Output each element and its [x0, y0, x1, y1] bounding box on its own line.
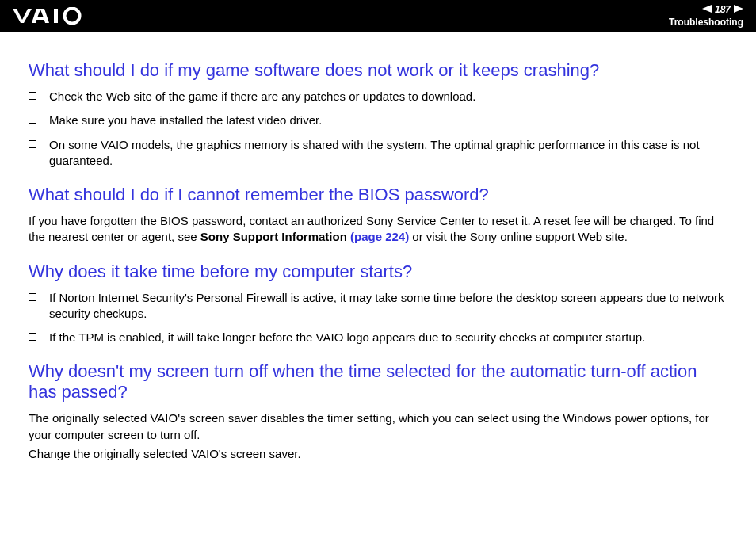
- section-label: Troubleshooting: [669, 17, 743, 28]
- section-heading: What should I do if my game software doe…: [29, 60, 727, 81]
- section-heading: Why does it take time before my computer…: [29, 261, 727, 282]
- bullet-text: Check the Web site of the game if there …: [49, 89, 727, 105]
- paragraph-text: or visit the Sony online support Web sit…: [409, 230, 628, 243]
- section-heading: Why doesn't my screen turn off when the …: [29, 361, 727, 402]
- list-item: If the TPM is enabled, it will take long…: [29, 330, 727, 345]
- page-number: 187: [715, 4, 731, 15]
- bullet-icon: [29, 293, 36, 301]
- paragraph: If you have forgotten the BIOS password,…: [29, 213, 727, 246]
- bullet-icon: [29, 333, 36, 341]
- bullet-text: Make sure you have installed the latest …: [49, 113, 727, 128]
- list-item: Check the Web site of the game if there …: [29, 89, 727, 105]
- bullet-list: Check the Web site of the game if there …: [29, 89, 727, 169]
- bullet-icon: [29, 92, 36, 100]
- bold-text: Sony Support Information: [200, 230, 350, 243]
- bullet-text: On some VAIO models, the graphics memory…: [49, 137, 727, 170]
- page-navigation: 187: [702, 4, 743, 15]
- section-heading: What should I do if I cannot remember th…: [29, 185, 727, 205]
- svg-point-1: [65, 9, 80, 24]
- page-header: 187 Troubleshooting: [0, 0, 756, 32]
- paragraph: The originally selected VAIO's screen sa…: [29, 410, 727, 443]
- bullet-list: If Norton Internet Security's Personal F…: [29, 290, 727, 346]
- list-item: If Norton Internet Security's Personal F…: [29, 290, 727, 322]
- prev-page-icon[interactable]: [702, 4, 712, 15]
- vaio-logo: [13, 7, 100, 25]
- list-item: Make sure you have installed the latest …: [29, 113, 727, 128]
- page-content: What should I do if my game software doe…: [0, 32, 756, 462]
- bullet-text: If Norton Internet Security's Personal F…: [49, 290, 727, 322]
- paragraph: Change the originally selected VAIO's sc…: [29, 446, 727, 462]
- bullet-text: If the TPM is enabled, it will take long…: [49, 330, 727, 345]
- header-right: 187 Troubleshooting: [669, 4, 743, 28]
- page-reference-link[interactable]: (page 224): [350, 230, 409, 243]
- bullet-icon: [29, 140, 36, 148]
- next-page-icon[interactable]: [734, 4, 743, 15]
- svg-rect-0: [54, 9, 58, 23]
- bullet-icon: [29, 116, 36, 124]
- list-item: On some VAIO models, the graphics memory…: [29, 137, 727, 170]
